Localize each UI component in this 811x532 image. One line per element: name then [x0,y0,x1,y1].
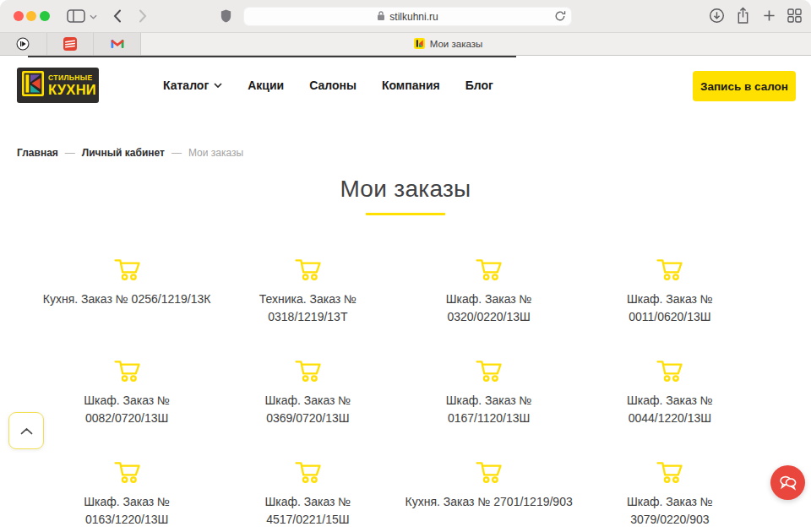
nav-item-promos[interactable]: Акции [248,79,284,92]
privacy-shield-icon[interactable] [220,8,232,24]
url-text: stilkuhni.ru [389,11,438,23]
breadcrumb-current: Мои заказы [188,147,243,159]
logo-k-icon [22,71,44,100]
sidebar-icon[interactable] [67,9,85,23]
back-button-icon[interactable] [113,9,122,23]
cart-icon [294,359,322,386]
tab-bar: Мои заказы [0,32,811,56]
new-tab-icon[interactable] [763,9,776,22]
cart-icon [656,258,683,285]
close-window-button[interactable] [14,11,24,21]
tab-overview-icon[interactable] [787,8,802,23]
cart-icon [294,258,322,285]
nav-item-company[interactable]: Компания [382,79,440,92]
cart-icon [656,460,683,487]
nav-item-catalog[interactable]: Каталог [163,79,222,92]
address-bar[interactable]: stilkuhni.ru [243,7,572,26]
zoom-window-button[interactable] [40,11,50,21]
page-top-rule [28,56,516,57]
order-card[interactable]: Шкаф. Заказ № 0082/0720/13Ш [36,359,217,435]
book-salon-button[interactable]: Запись в салон [693,71,796,101]
cart-icon [294,460,322,487]
order-card[interactable]: Техника. Заказ № 0318/1219/13Т [217,258,398,334]
minimize-window-button[interactable] [26,11,36,21]
forward-button-icon[interactable] [139,9,147,23]
cart-icon [475,359,503,386]
pinned-tab-gmail[interactable] [94,33,140,55]
order-card[interactable]: Шкаф. Заказ № 4517/0221/15Ш [217,460,398,532]
cart-icon [475,258,503,285]
lock-icon [377,10,385,24]
pinned-tabs [0,33,141,55]
cart-icon [656,359,683,386]
reload-icon[interactable] [554,10,566,24]
pinned-tab-todoist[interactable] [47,33,95,55]
cart-icon [113,460,141,487]
order-card[interactable]: Шкаф. Заказ № 0163/1220/13Ш [36,460,217,532]
breadcrumb: Главная — Личный кабинет — Мои заказы [17,147,243,159]
nav-item-blog[interactable]: Блог [465,79,493,92]
page-content: СТИЛЬНЫЕ КУХНИ Каталог Акции Салоны Комп… [0,56,811,532]
breadcrumb-home[interactable]: Главная [17,147,58,159]
logo-text-bottom: КУХНИ [48,83,96,97]
chat-bubbles-icon [778,475,797,491]
browser-toolbar: stilkuhni.ru [0,0,811,32]
order-card[interactable]: Кухня. Заказ № 0256/1219/13К [36,258,217,334]
cart-icon [113,359,141,386]
active-tab[interactable]: Мои заказы [141,33,755,55]
breadcrumb-separator: — [65,147,75,159]
chevron-down-icon[interactable] [90,14,97,19]
page-title: Мои заказы [0,176,811,203]
main-nav: Каталог Акции Салоны Компания Блог [163,68,493,103]
order-card[interactable]: Шкаф. Заказ № 0167/1120/13Ш [399,359,580,435]
order-card[interactable]: Шкаф. Заказ № 0044/1220/13Ш [580,359,760,435]
chevron-up-icon [19,426,34,436]
breadcrumb-account[interactable]: Личный кабинет [82,147,165,159]
share-icon[interactable] [736,7,750,24]
cart-icon [475,460,503,487]
chevron-down-icon [214,83,222,88]
order-card[interactable]: Шкаф. Заказ № 0369/0720/13Ш [217,359,398,435]
site-logo[interactable]: СТИЛЬНЫЕ КУХНИ [17,68,99,103]
cart-icon [113,258,141,285]
order-card[interactable]: Шкаф. Заказ № 0011/0620/13Ш [580,258,760,334]
breadcrumb-separator: — [171,147,182,159]
site-favicon [414,38,425,51]
nav-item-salons[interactable]: Салоны [309,79,357,92]
scroll-to-top-button[interactable] [8,412,44,449]
pinned-tab-play[interactable] [0,33,47,55]
title-underline [366,213,445,215]
active-tab-title: Мои заказы [430,39,482,49]
order-card[interactable]: Кухня. Заказ № 2701/1219/903 [399,460,580,532]
logo-text-top: СТИЛЬНЫЕ [48,74,96,82]
order-card[interactable]: Шкаф. Заказ № 0320/0220/13Ш [399,258,580,334]
order-card[interactable]: Шкаф. Заказ № 3079/0220/903 [580,460,760,532]
browser-window: stilkuhni.ru [0,0,811,532]
chat-button[interactable] [770,465,805,500]
orders-grid: Кухня. Заказ № 0256/1219/13К Техника. За… [36,258,760,532]
downloads-icon[interactable] [709,8,725,24]
